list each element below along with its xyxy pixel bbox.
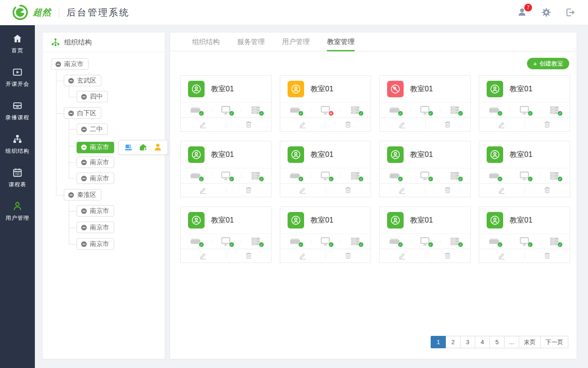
collapse-minus-icon[interactable] [81,126,87,133]
collapse-minus-icon[interactable] [81,224,87,231]
edit-classroom-button[interactable] [479,249,525,263]
settings-icon[interactable] [540,6,552,18]
tree-node-label: 四中 [90,93,103,101]
server-device-icon: ✓ [549,171,560,181]
classroom-status-row: ✓ ✓ ✓ [280,234,371,249]
logout-icon[interactable] [564,6,576,18]
edit-classroom-button[interactable] [380,249,425,263]
tree-panel-title: 组织结构 [64,38,92,47]
sidebar-item-org-structure[interactable]: 组织结构 [0,128,35,161]
device-status-online: ✓ [181,105,211,115]
tree-node[interactable]: 四中 [77,91,108,102]
tree-node[interactable]: 秦淮区 [64,189,101,201]
check-badge-icon: ✓ [358,242,364,247]
tree-node[interactable]: 南京市 [77,238,114,250]
tree-connector [69,201,69,244]
delete-classroom-button[interactable] [425,249,471,263]
tree-node[interactable]: 南京市 [77,222,114,233]
edit-classroom-button[interactable] [380,184,425,198]
tab-3[interactable]: 教室管理 [327,33,355,51]
tree-node-label: 南京市 [90,223,109,232]
classroom-camera-icon [487,212,503,229]
page-button-2[interactable]: 3 [460,336,475,348]
edit-classroom-button[interactable] [181,249,226,263]
sidebar-item-recorded-course[interactable]: 录播课程 [0,94,35,128]
edit-classroom-button[interactable] [181,118,226,132]
collapse-minus-icon[interactable] [68,192,74,198]
edit-pencil-icon [199,186,207,196]
collapse-minus-icon[interactable] [68,110,74,117]
collapse-minus-icon[interactable] [81,208,87,214]
tab-1[interactable]: 服务管理 [237,33,265,51]
classroom-card-footer [280,183,371,198]
add-user-icon[interactable] [153,143,162,152]
collapse-minus-icon[interactable] [55,61,61,67]
tree-node[interactable]: 南京市 [77,205,114,217]
tree-node[interactable]: 南京市 [51,58,89,70]
delete-classroom-button[interactable] [326,249,371,263]
tab-2[interactable]: 用户管理 [282,33,310,51]
user-notifications-icon[interactable]: 7 [516,6,528,18]
tree-connector [69,146,77,146]
page-button-4[interactable]: 5 [489,336,505,348]
collapse-minus-icon[interactable] [68,78,74,84]
tree-node[interactable]: 白下区 [64,107,101,119]
edit-classroom-button[interactable] [479,184,525,198]
page-button-6[interactable]: 末页 [519,336,541,348]
collapse-minus-icon[interactable] [81,144,87,151]
add-organization-icon[interactable] [139,143,148,152]
page-button-0[interactable]: 1 [431,336,446,348]
tab-0[interactable]: 组织结构 [192,33,220,51]
page-button-5[interactable]: ... [504,336,519,348]
edit-classroom-button[interactable] [181,184,226,198]
edit-classroom-button[interactable] [280,249,326,263]
classroom-card-header: 教室01 [380,141,470,168]
delete-classroom-button[interactable] [525,118,570,132]
delete-classroom-button[interactable] [226,184,272,198]
classroom-camera-icon [188,81,205,97]
tree-node[interactable]: 玄武区 [64,75,101,86]
classroom-card-header: 教室01 [380,207,470,234]
delete-classroom-button[interactable] [525,184,570,198]
classroom-card: 教室01 ✓ ✓ ✓ [479,141,570,197]
page-button-1[interactable]: 2 [445,336,460,348]
edit-classroom-button[interactable] [280,184,326,198]
sidebar-item-timetable[interactable]: 课程表 [0,161,35,195]
create-classroom-button[interactable]: + 创建教室 [527,58,569,69]
edit-pencil-icon [498,251,506,262]
delete-classroom-button[interactable] [226,118,272,132]
check-badge-icon: ✓ [259,242,264,247]
sidebar-item-live-class[interactable]: 开课开会 [0,61,35,94]
delete-classroom-button[interactable] [326,118,371,132]
check-badge-icon: ✓ [527,176,533,182]
collapse-minus-icon[interactable] [81,159,87,166]
device-status-online: ✓ [280,171,311,181]
collapse-minus-icon[interactable] [81,175,87,182]
tree-node[interactable]: 二中 [77,123,108,135]
monitor-device-icon: ✓ [419,236,431,246]
page-button-3[interactable]: 4 [475,336,490,348]
check-badge-icon: ✓ [358,111,364,116]
delete-classroom-button[interactable] [326,184,371,198]
delete-classroom-button[interactable] [425,184,471,198]
edit-classroom-button[interactable] [479,118,525,132]
delete-classroom-button[interactable] [425,118,471,132]
delete-classroom-button[interactable] [226,249,272,263]
recorder-device-icon: ✓ [488,236,500,246]
tree-node[interactable]: 南京市 [77,173,114,184]
sidebar-item-user-management[interactable]: 用户管理 [0,195,35,228]
page-button-7[interactable]: 下一页 [540,336,568,348]
collapse-minus-icon[interactable] [81,94,87,100]
delete-classroom-button[interactable] [525,249,570,263]
tree-node[interactable]: 南京市 [77,142,114,153]
tree-node[interactable]: 南京市 [77,156,114,168]
device-status-online: ✓ [479,236,510,246]
tree-connector [56,81,64,81]
edit-classroom-button[interactable] [280,118,326,132]
tree-connector [56,70,56,195]
edit-classroom-button[interactable] [380,118,425,132]
collapse-minus-icon[interactable] [81,241,87,247]
sidebar-item-home[interactable]: 首页 [0,25,35,61]
assign-device-icon[interactable] [124,143,133,152]
classroom-name: 教室01 [510,150,533,160]
